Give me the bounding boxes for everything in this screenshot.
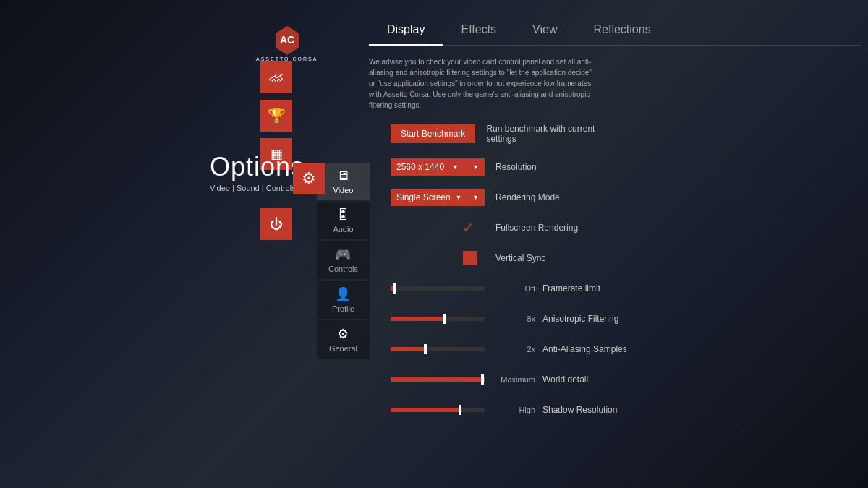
world-detail-label: World detail — [542, 374, 673, 385]
rendering-mode-dropdown[interactable]: Single Screen ▼ — [391, 189, 485, 206]
benchmark-row: Start Benchmark Run benchmark with curre… — [391, 124, 861, 144]
anisotropic-label: Anisotropic Filtering — [542, 314, 673, 324]
rendering-dropdown-control: Single Screen ▼ — [391, 189, 485, 206]
resolution-value: 2560 x 1440 — [396, 162, 444, 172]
tab-reflections[interactable]: Reflections — [575, 14, 668, 45]
profile-nav-icon: 👤 — [335, 286, 351, 302]
rendering-mode-chevron-icon: ▼ — [455, 194, 461, 201]
framerate-slider-track — [391, 286, 485, 291]
nav-label-controls: Controls — [328, 265, 358, 273]
anisotropic-value: 8x — [495, 314, 535, 323]
setting-row-shadow: High Shadow Resolution — [391, 400, 861, 420]
setting-row-vsync: Vertical Sync — [391, 248, 861, 268]
tab-bar: Display Effects View Reflections — [369, 14, 861, 46]
nav-label-audio: Audio — [333, 225, 353, 234]
nav-item-controls[interactable]: 🎮 Controls — [317, 241, 370, 279]
fullscreen-label: Fullscreen Rendering — [495, 223, 626, 233]
subtitle-controls[interactable]: Controls — [266, 184, 296, 192]
setting-row-antialiasing: 2x Anti-Aliasing Samples — [391, 339, 861, 359]
trophy-icon: 🏆 — [268, 107, 286, 124]
video-nav-icon: 🖥 — [336, 168, 349, 184]
antialiasing-value: 2x — [495, 345, 535, 354]
general-nav-icon: ⚙ — [337, 326, 349, 342]
resolution-label: Resolution — [495, 162, 626, 172]
nav-label-video: Video — [333, 186, 354, 194]
info-text: We advise you to check your video card c… — [369, 56, 593, 111]
controls-nav-icon: 🎮 — [335, 247, 351, 262]
race-icon-btn[interactable]: 🏎 — [260, 61, 292, 93]
tab-display[interactable]: Display — [369, 14, 443, 45]
benchmark-description: Run benchmark with current settings — [486, 124, 616, 144]
anisotropic-slider-fill — [391, 317, 443, 321]
shadow-slider-track — [391, 408, 485, 412]
shadow-slider-control — [391, 408, 485, 412]
nav-label-profile: Profile — [332, 304, 354, 313]
antialiasing-slider-track — [391, 347, 485, 351]
vsync-checkbox-control — [391, 251, 485, 265]
framerate-value: Off — [495, 284, 535, 293]
antialiasing-slider-control — [391, 347, 485, 351]
framerate-slider-thumb[interactable] — [393, 283, 396, 294]
start-benchmark-button[interactable]: Start Benchmark — [391, 124, 475, 143]
nav-item-profile[interactable]: 👤 Profile — [317, 281, 370, 319]
setting-row-framerate: Off Framerate limit — [391, 278, 861, 299]
setting-row-world-detail: Maximum World detail — [391, 369, 861, 390]
antialiasing-slider-thumb[interactable] — [424, 344, 427, 354]
anisotropic-slider-thumb[interactable] — [443, 314, 446, 324]
antialiasing-slider-fill — [391, 347, 424, 351]
rendering-mode-value: Single Screen — [396, 192, 451, 202]
nav-item-audio[interactable]: 🎛 Audio — [317, 202, 370, 239]
nav-item-general[interactable]: ⚙ General — [317, 320, 370, 359]
subtitle-sound[interactable]: Sound — [237, 184, 260, 192]
fullscreen-checkmark-icon[interactable]: ✓ — [459, 219, 479, 236]
antialiasing-label: Anti-Aliasing Samples — [542, 344, 673, 354]
world-detail-value: Maximum — [495, 375, 535, 384]
setting-row-anisotropic: 8x Anisotropic Filtering — [391, 309, 861, 329]
gear-icon: ⚙ — [302, 169, 316, 188]
tab-view[interactable]: View — [514, 14, 575, 45]
setting-row-resolution: 2560 x 1440 ▼ Resolution — [391, 157, 861, 177]
world-detail-slider-track — [391, 377, 485, 382]
world-detail-slider-thumb[interactable] — [481, 374, 484, 385]
audio-nav-icon: 🎛 — [336, 207, 349, 223]
anisotropic-slider-track — [391, 317, 485, 321]
trophy-icon-btn[interactable]: 🏆 — [260, 100, 292, 132]
shadow-slider-fill — [391, 408, 459, 412]
world-detail-slider-fill — [391, 377, 485, 382]
power-icon: ⏻ — [270, 217, 283, 232]
setting-row-rendering-mode: Single Screen ▼ Rendering Mode — [391, 187, 861, 207]
vsync-checkbox[interactable] — [463, 251, 477, 265]
main-content: Display Effects View Reflections We advi… — [369, 14, 861, 474]
setting-row-fullscreen: ✓ Fullscreen Rendering — [391, 218, 861, 238]
tab-effects[interactable]: Effects — [443, 14, 514, 45]
shadow-value: High — [495, 406, 535, 414]
settings-area: Start Benchmark Run benchmark with curre… — [369, 124, 861, 420]
subtitle-video[interactable]: Video — [210, 184, 230, 192]
framerate-slider-control — [391, 286, 485, 291]
vsync-label: Vertical Sync — [495, 253, 626, 263]
shadow-slider-thumb[interactable] — [459, 405, 461, 415]
anisotropic-slider-control — [391, 317, 485, 321]
nav-label-general: General — [329, 344, 357, 353]
power-icon-btn[interactable]: ⏻ — [260, 208, 292, 240]
logo-icon: AC — [271, 23, 303, 55]
resolution-dropdown-control: 2560 x 1440 ▼ — [391, 158, 485, 176]
resolution-chevron-icon: ▼ — [452, 163, 459, 171]
fullscreen-checkbox-control: ✓ — [391, 219, 485, 236]
shadow-label: Shadow Resolution — [542, 405, 673, 415]
race-icon: 🏎 — [269, 69, 284, 86]
logo-text: ASSETTO CORSA — [256, 56, 318, 61]
framerate-label: Framerate limit — [542, 283, 673, 294]
logo-container: AC ASSETTO CORSA — [256, 23, 318, 61]
svg-text:AC: AC — [280, 34, 294, 46]
resolution-dropdown[interactable]: 2560 x 1440 ▼ — [391, 158, 485, 176]
world-detail-slider-control — [391, 377, 485, 382]
gear-active-icon[interactable]: ⚙ — [293, 163, 325, 194]
rendering-mode-label: Rendering Mode — [495, 192, 626, 202]
